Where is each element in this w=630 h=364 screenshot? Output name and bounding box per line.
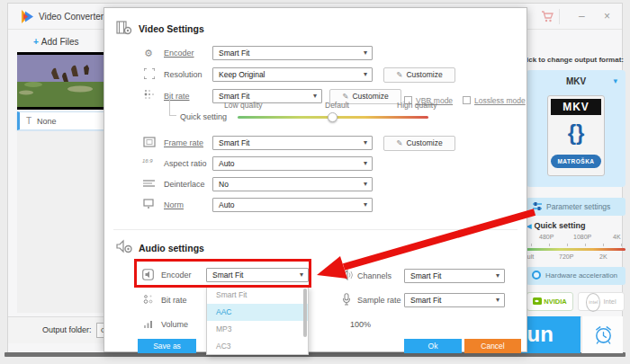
slider-label-4k: 4K xyxy=(613,234,621,240)
caret-down-icon: ▾ xyxy=(496,294,500,306)
quick-setting-section: ◀Quick setting xyxy=(526,221,585,230)
sample-rate-icon xyxy=(342,293,351,306)
aspect-ratio-icon: 16:9 xyxy=(142,158,153,164)
cart-icon[interactable] xyxy=(541,11,554,22)
norm-icon xyxy=(143,199,154,209)
settings-dialog: Video Settings ⚙ Encoder Smart Fit▾ Reso… xyxy=(104,7,527,352)
low-quality-label: Low quality xyxy=(224,101,263,110)
encoder-option-mp3[interactable]: MP3 xyxy=(207,321,308,338)
caret-down-icon: ▾ xyxy=(364,68,367,81)
lossless-mode-checkbox[interactable]: Lossless mode xyxy=(463,91,526,107)
encoder-options-list: Smart Fit AAC MP3 AC3 xyxy=(206,286,309,355)
aspect-ratio-label: Aspect ratio xyxy=(164,156,207,171)
volume-icon xyxy=(143,319,154,329)
channels-icon xyxy=(341,270,353,280)
checkbox-icon[interactable] xyxy=(463,96,471,104)
output-format-card[interactable]: MKV ▾ MKV {} MATROŠKA xyxy=(526,70,626,187)
thumbnail-image xyxy=(17,55,110,107)
audio-bitrate-icon xyxy=(143,294,154,305)
slider-label-2k: 2K xyxy=(599,253,608,260)
subtitle-track-row[interactable]: TNone xyxy=(17,111,110,130)
framerate-dropdown[interactable]: Smart Fit▾ xyxy=(212,136,373,150)
quality-slider-handle[interactable] xyxy=(328,112,338,122)
cancel-button[interactable]: Cancel xyxy=(464,339,521,353)
channels-dropdown[interactable]: Smart Fit▾ xyxy=(404,269,505,283)
mkv-logo-top: MKV xyxy=(551,99,601,115)
parameter-settings-icon xyxy=(533,201,542,210)
video-thumbnail[interactable] xyxy=(17,52,110,110)
framerate-icon xyxy=(143,137,156,147)
video-settings-icon xyxy=(116,20,132,36)
sample-rate-dropdown[interactable]: Smart Fit▾ xyxy=(404,293,505,307)
mkv-logo-braces: {} xyxy=(551,115,601,155)
minimize-button[interactable]: – xyxy=(579,10,585,22)
sample-rate-label: Sample rate xyxy=(357,293,401,307)
resolution-quick-slider[interactable]: 480P 1080P 4K Default 720P 2K xyxy=(526,234,626,264)
add-files-button[interactable]: +Add Files xyxy=(33,37,79,47)
volume-value: 100% xyxy=(350,317,371,332)
norm-label[interactable]: Norm xyxy=(164,198,184,212)
video-encoder-dropdown[interactable]: Smart Fit▾ xyxy=(212,46,373,60)
aspect-ratio-dropdown[interactable]: Auto▾ xyxy=(212,156,373,171)
mkv-logo-brand: MATROŠKA xyxy=(551,155,601,168)
app-logo-icon xyxy=(20,9,35,24)
norm-dropdown[interactable]: Auto▾ xyxy=(212,198,373,212)
format-name: MKV xyxy=(526,76,626,86)
app-title: Video Converter xyxy=(39,12,104,22)
encoder-option-smart-fit[interactable]: Smart Fit xyxy=(207,287,308,304)
volume-label: Volume xyxy=(161,317,188,332)
audio-settings-icon xyxy=(116,239,133,254)
nvidia-logo-icon xyxy=(533,297,542,306)
caret-down-icon: ▾ xyxy=(364,178,367,191)
encoder-option-aac[interactable]: AAC xyxy=(207,304,308,321)
schedule-button[interactable] xyxy=(581,316,623,353)
video-encoder-label[interactable]: Encoder xyxy=(164,46,194,60)
close-button[interactable]: × xyxy=(604,10,610,22)
quick-setting-bracket xyxy=(169,96,176,116)
alarm-clock-icon xyxy=(593,324,614,345)
caret-down-icon: ▾ xyxy=(364,199,367,211)
section-divider xyxy=(113,229,518,230)
format-caret-icon[interactable]: ▾ xyxy=(613,76,617,85)
channels-label: Channels xyxy=(357,269,392,283)
hardware-acceleration-toggle[interactable]: Hardware acceleration xyxy=(526,267,626,285)
caret-down-icon: ▾ xyxy=(496,270,500,282)
audio-bitrate-label: Bit rate xyxy=(161,293,187,307)
high-quality-label: High quality xyxy=(397,101,436,110)
pencil-icon: ✎ xyxy=(396,138,402,147)
intel-button[interactable]: intelIntel xyxy=(578,292,625,311)
deinterlace-icon xyxy=(143,179,155,188)
framerate-label[interactable]: Frame rate xyxy=(164,136,203,150)
subtitle-value: None xyxy=(37,117,57,126)
resolution-dropdown[interactable]: Keep Original▾ xyxy=(212,67,373,82)
save-as-button[interactable]: Save as xyxy=(138,339,196,353)
video-settings-title: Video Settings xyxy=(139,23,204,34)
list-scrollbar[interactable] xyxy=(303,289,307,337)
deinterlace-dropdown[interactable]: No▾ xyxy=(212,177,373,191)
video-bitrate-icon xyxy=(144,89,155,100)
mkv-matroska-logo: MKV {} MATROŠKA xyxy=(547,95,605,176)
caret-down-icon: ▾ xyxy=(313,90,317,102)
file-list-empty-area xyxy=(17,131,110,313)
plus-icon: + xyxy=(33,37,39,47)
ok-button[interactable]: Ok xyxy=(404,339,462,353)
nvidia-button[interactable]: NVIDIA xyxy=(526,292,573,311)
slider-label-1080p: 1080P xyxy=(573,234,591,240)
parameter-settings-button[interactable]: Parameter settings xyxy=(526,198,626,216)
screen: Video Converter – × +Add Files xyxy=(0,0,630,364)
quality-quick-setting-label: Quick setting xyxy=(180,110,227,124)
pencil-icon: ✎ xyxy=(342,92,348,101)
video-bitrate-label[interactable]: Bit rate xyxy=(164,89,190,103)
hardware-acceleration-icon xyxy=(532,271,541,280)
caret-down-icon: ▾ xyxy=(364,157,367,170)
deinterlace-label: Deinterlace xyxy=(164,177,205,191)
subtitle-t-icon: T xyxy=(26,116,32,126)
encoder-option-ac3[interactable]: AC3 xyxy=(207,338,308,355)
default-quality-label: Default xyxy=(325,101,349,110)
framerate-customize-button[interactable]: ✎Customize xyxy=(383,136,455,151)
resolution-customize-button[interactable]: ✎Customize xyxy=(383,67,455,83)
quick-slider-track[interactable] xyxy=(526,248,626,251)
caret-down-icon: ▾ xyxy=(364,137,367,149)
titlebar-divider xyxy=(559,9,560,24)
slider-label-720p: 720P xyxy=(559,253,573,260)
